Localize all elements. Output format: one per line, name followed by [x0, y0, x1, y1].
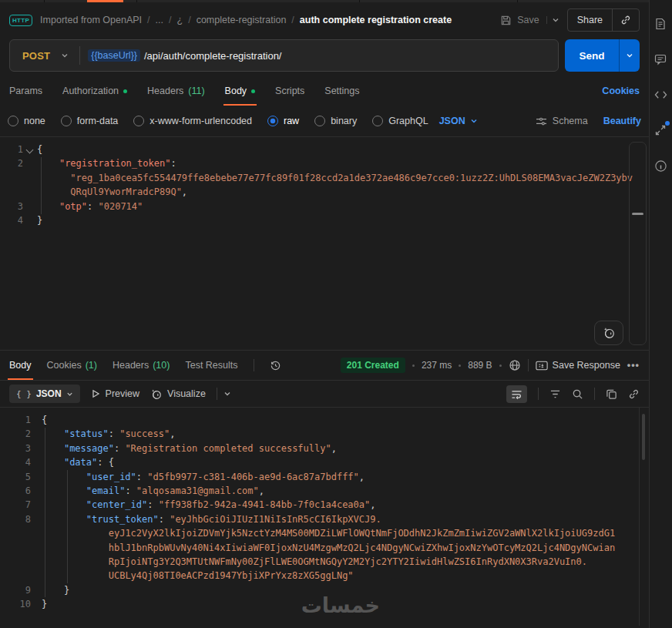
tab-params[interactable]: Params	[9, 76, 42, 106]
tab-scripts[interactable]: Scripts	[275, 76, 304, 106]
breadcrumb-separator: /	[147, 15, 150, 25]
request-editor-scrollbar[interactable]	[629, 142, 647, 345]
filter-icon[interactable]	[549, 389, 561, 399]
share-button[interactable]: Share	[568, 15, 612, 25]
code-content: "reg_1ba0cea5fc554479ffe8ebebe77e77fc89f…	[37, 171, 649, 185]
status-badge[interactable]: 201 Created	[341, 358, 405, 373]
code-token: "reg_1ba0cea5fc554479ffe8ebebe77e77fc89f…	[70, 173, 633, 183]
raw-language-select[interactable]: JSON	[439, 116, 478, 126]
chevron-down-icon	[470, 117, 478, 125]
send-options-chevron[interactable]	[619, 39, 640, 72]
code-content: }	[37, 213, 649, 227]
line-number	[0, 526, 31, 540]
related-requests-icon[interactable]	[654, 123, 667, 137]
response-scrollbar[interactable]	[642, 414, 645, 460]
code-token: :	[159, 514, 170, 525]
save-label: Save	[517, 15, 539, 25]
response-header: Body Cookies(1) Headers(10) Test Results…	[0, 350, 649, 381]
visualize-chevron[interactable]	[223, 390, 231, 398]
link-icon[interactable]	[628, 388, 640, 400]
breadcrumb-segment[interactable]: complete-registration	[197, 15, 287, 25]
url-input[interactable]: {{baseUrl}} /api/auth/complete-registrat…	[80, 49, 289, 62]
save-button[interactable]: Save	[497, 12, 563, 29]
code-line: 6 "email": "alqosama31@gmail.com",	[0, 484, 649, 498]
divider	[594, 388, 595, 400]
tab-authorization[interactable]: Authorization	[62, 76, 127, 106]
documentation-icon[interactable]	[654, 17, 667, 31]
save-options-chevron[interactable]	[546, 16, 559, 24]
response-time[interactable]: 237 ms	[422, 360, 452, 371]
wrap-text-button[interactable]	[506, 385, 527, 403]
mode-form-data[interactable]: form-data	[61, 116, 119, 126]
mode-binary[interactable]: binary	[314, 116, 357, 126]
copy-icon[interactable]	[606, 388, 617, 400]
code-token	[37, 173, 70, 183]
search-icon[interactable]	[572, 388, 583, 400]
response-tab-headers[interactable]: Headers(10)	[113, 351, 170, 380]
code-token	[42, 570, 109, 581]
visualize-button[interactable]: Visualize	[150, 388, 206, 400]
tab-body[interactable]: Body	[225, 76, 256, 106]
response-tab-cookies[interactable]: Cookies(1)	[47, 351, 97, 380]
breadcrumb-segment[interactable]: ...	[156, 15, 163, 25]
cookies-link[interactable]: Cookies	[602, 86, 640, 96]
fold-gutter	[31, 569, 42, 583]
line-number: 1	[0, 413, 31, 427]
code-token	[42, 472, 86, 482]
send-button[interactable]: Send	[565, 39, 619, 72]
green-dot	[251, 89, 255, 93]
mode-graphql[interactable]: GraphQL	[372, 116, 428, 126]
mode-x-www-form-urlencoded[interactable]: x-www-form-urlencoded	[133, 116, 252, 126]
green-dot	[123, 89, 127, 93]
fold-gutter	[23, 171, 37, 185]
code-token: :	[170, 158, 176, 169]
request-body-editor[interactable]: 1{2 "registration_token": "reg_1ba0cea5f…	[0, 136, 649, 350]
fold-gutter	[31, 484, 42, 498]
share-link-button[interactable]	[612, 9, 639, 31]
response-format-select[interactable]: { } JSON	[9, 385, 80, 403]
more-options-button[interactable]: •••	[627, 360, 640, 371]
method-selector[interactable]: POST	[10, 50, 79, 62]
code-token: {	[37, 144, 42, 155]
postbot-sparkle-icon	[602, 326, 616, 340]
comments-icon[interactable]	[654, 52, 667, 66]
response-size[interactable]: 889 B	[468, 360, 492, 371]
fold-toggle[interactable]	[23, 143, 37, 156]
schema-button[interactable]: Schema	[536, 116, 588, 126]
mode-raw[interactable]: raw	[267, 116, 299, 126]
response-history-icon[interactable]	[270, 360, 281, 371]
fold-gutter	[23, 213, 37, 227]
radio-icon-selected	[267, 116, 278, 126]
mode-none[interactable]: none	[8, 116, 45, 126]
divider	[254, 359, 254, 371]
play-icon	[91, 389, 100, 398]
response-toolbar: { } JSON Preview Visualize	[0, 381, 649, 408]
breadcrumb-segment[interactable]: Imported from OpenAPI	[40, 15, 142, 25]
code-line: 1{	[0, 143, 649, 156]
beautify-button[interactable]: Beautify	[603, 116, 641, 126]
network-globe-icon[interactable]	[509, 359, 521, 371]
response-tab-body[interactable]: Body	[9, 351, 32, 380]
line-number: 8	[0, 512, 31, 526]
indent-guide	[41, 157, 42, 214]
info-icon[interactable]	[654, 159, 667, 173]
code-content: "registration_token":	[37, 156, 649, 170]
tab-divider	[517, 0, 518, 2]
save-response-button[interactable]: Save Response	[536, 360, 620, 371]
baseurl-variable[interactable]: {{baseUrl}}	[88, 49, 140, 62]
breadcrumb-current: auth complete registration create	[300, 15, 452, 25]
postbot-button[interactable]	[594, 321, 623, 345]
code-token	[42, 514, 86, 525]
right-sidebar	[650, 0, 671, 628]
response-tab-test-results[interactable]: Test Results	[185, 351, 237, 380]
code-line: RpIjoiNTg3Y2Q3MTUtNWFmNy00ZjFlLWE0OGMtNG…	[0, 555, 649, 569]
tab-headers[interactable]: Headers(11)	[147, 76, 205, 106]
scrollbar-thumb[interactable]	[632, 213, 643, 215]
code-token: RpIjoiNTg3Y2Q3MTUtNWFmNy00ZjFlLWE0OGMtNG…	[109, 556, 587, 567]
code-token: "registration_token"	[59, 158, 171, 169]
code-snippet-icon[interactable]	[654, 88, 667, 102]
tab-settings[interactable]: Settings	[324, 76, 359, 106]
breadcrumb-segment[interactable]: ¿	[177, 15, 183, 25]
code-content: "center_id": "ff938fb2-942a-4941-84bb-7f…	[42, 498, 649, 512]
preview-button[interactable]: Preview	[91, 388, 139, 399]
